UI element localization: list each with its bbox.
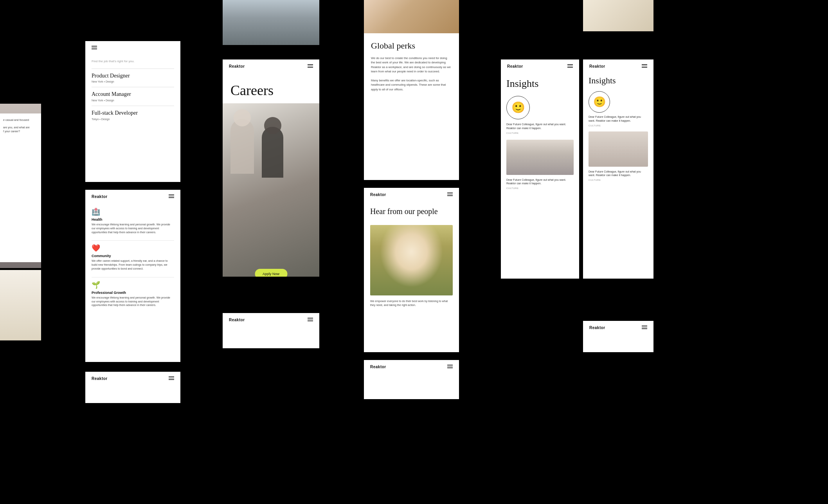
smiley-face-icon: 🙂 (506, 96, 530, 119)
job-meta-2: New York • Design (92, 99, 174, 102)
job-title-1: Product Designer (92, 73, 174, 79)
smiley-emoji: 🙂 (511, 102, 525, 113)
job-list-content: Find the job that's right for you. Produ… (85, 52, 180, 131)
apply-now-button[interactable]: Apply Now (255, 269, 287, 277)
people-content: Hear from our people (364, 200, 459, 225)
careers-brand: Reaktor (229, 64, 245, 68)
menu-icon[interactable] (92, 46, 97, 49)
people-footer-card: Reaktor (364, 360, 459, 399)
top-center-image (223, 0, 319, 45)
benefits-footer-card: Reaktor (85, 372, 180, 403)
job-item-3[interactable]: Full-stack Developer Tokyo • Design (92, 106, 174, 124)
benefits-card: Reaktor 🏥 Health We encourage lifelong l… (85, 190, 180, 362)
left-text-para3: f your career? (3, 130, 38, 134)
benefits-footer-menu-icon[interactable] (169, 376, 174, 380)
insight-quote-2: Dear Future Colleague, figure out what y… (506, 178, 574, 186)
benefit-health-title: Health (92, 218, 174, 221)
working-people-image (223, 103, 319, 277)
benefit-growth: 🌱 Professional Growth We encourage lifel… (92, 281, 174, 307)
far-right-top-image (583, 0, 653, 31)
people-quote: We empower everyone to do their best wor… (364, 295, 459, 307)
person-looking-up-image (223, 0, 319, 45)
insight-tag-1: CULTURE (506, 132, 574, 134)
insights-header: Reaktor (501, 59, 579, 72)
job-title-3: Full-stack Developer (92, 110, 174, 117)
benefits-menu-icon[interactable] (169, 194, 174, 198)
perks-title: Global perks (371, 41, 452, 50)
job-meta-3: Tokyo • Design (92, 118, 174, 121)
careers-footer-header: Reaktor (223, 313, 319, 325)
perks-content: Global perks We do our best to create th… (364, 33, 459, 104)
people-title: Hear from our people (370, 207, 453, 216)
insight-person-image (506, 140, 574, 175)
far-right-tag-2: CULTURE (589, 179, 648, 181)
job-item-1[interactable]: Product Designer New York • Design (92, 68, 174, 87)
benefits-footer-header: Reaktor (85, 372, 180, 384)
insights-menu-icon[interactable] (567, 64, 573, 68)
insights-title: Insights (506, 78, 574, 90)
careers-footer-menu-icon[interactable] (308, 318, 313, 321)
people-card-header: Reaktor (364, 188, 459, 200)
benefits-card-header: Reaktor (85, 190, 180, 202)
divider-2 (92, 277, 174, 277)
far-right-smiley-icon: 🙂 (589, 91, 610, 113)
bottom-left-image-card (0, 270, 41, 340)
insights-brand: Reaktor (507, 64, 523, 68)
benefit-health: 🏥 Health We encourage lifelong learning … (92, 207, 174, 234)
careers-footer-card: Reaktor (223, 313, 319, 348)
people-footer-brand: Reaktor (370, 365, 386, 369)
far-right-tag-1: CULTURE (589, 124, 648, 127)
perks-desc-2: Many benefits we offer are location-spec… (371, 78, 452, 92)
far-right-brand: Reaktor (589, 64, 605, 68)
global-perks-card: Global perks We do our best to create th… (364, 0, 459, 180)
benefit-community-title: Community (92, 254, 174, 258)
benefit-community: ❤️ Community We offer career-related sup… (92, 244, 174, 270)
benefits-content: 🏥 Health We encourage lifelong learning … (85, 202, 180, 319)
job-meta-1: New York • Design (92, 80, 174, 83)
far-right-person-image (589, 131, 648, 167)
health-icon: 🏥 (92, 207, 174, 216)
left-text-para2: are you, and what are (3, 126, 38, 130)
far-right-menu-icon[interactable] (642, 64, 647, 68)
careers-team-image: Apply Now (223, 103, 319, 277)
far-right-footer-header: Reaktor (583, 321, 653, 333)
people-person-image (370, 225, 453, 295)
careers-main-card: Reaktor Careers Apply Now (223, 59, 319, 277)
far-right-footer-card: Reaktor (583, 321, 653, 352)
perks-top-image (364, 0, 459, 33)
insights-content: Insights 🙂 Dear Future Colleague, figure… (501, 72, 579, 201)
careers-menu-icon[interactable] (308, 64, 313, 68)
job-item-2[interactable]: Account Manager New York • Design (92, 87, 174, 106)
far-right-card: Reaktor Insights 🙂 Dear Future Colleague… (583, 59, 653, 279)
jobs-subtitle: Find the job that's right for you. (92, 59, 174, 63)
far-right-content: Insights 🙂 Dear Future Colleague, figure… (583, 72, 653, 185)
far-right-quote-2: Dear Future Colleague, figure out what y… (589, 170, 648, 178)
careers-content: Careers Apply Now (223, 72, 319, 277)
people-footer-menu-icon[interactable] (447, 365, 453, 368)
growth-icon: 🌱 (92, 281, 174, 289)
perks-desc-1: We do our best to create the conditions … (371, 56, 452, 74)
insight-tag-2: CULTURE (506, 187, 574, 189)
far-right-header: Reaktor (583, 59, 653, 72)
far-right-image (583, 0, 653, 31)
job-card-header (85, 41, 180, 52)
job-listings-card: Find the job that's right for you. Produ… (85, 41, 180, 182)
people-menu-icon[interactable] (447, 193, 453, 196)
benefit-growth-desc: We encourage lifelong learning and perso… (92, 296, 174, 307)
far-right-quote-1: Dear Future Colleague, figure out what y… (589, 115, 648, 123)
benefit-health-desc: We encourage lifelong learning and perso… (92, 223, 174, 234)
far-right-footer-menu-icon[interactable] (642, 326, 647, 329)
left-text-card: e casual and focused are you, and what a… (0, 113, 41, 262)
community-icon: ❤️ (92, 244, 174, 252)
bottom-left-image (0, 270, 41, 340)
benefits-brand: Reaktor (92, 194, 108, 199)
benefits-footer-brand: Reaktor (92, 376, 108, 381)
insight-quote-1: Dear Future Colleague, figure out what y… (506, 122, 574, 130)
left-text-content: e casual and focused are you, and what a… (0, 113, 41, 139)
job-title-2: Account Manager (92, 91, 174, 98)
far-right-footer-brand: Reaktor (589, 326, 605, 330)
careers-header: Reaktor (223, 59, 319, 72)
benefit-community-desc: We offer career-related support, a frien… (92, 259, 174, 270)
people-footer-header: Reaktor (364, 360, 459, 372)
insights-card: Reaktor Insights 🙂 Dear Future Colleague… (501, 59, 579, 279)
